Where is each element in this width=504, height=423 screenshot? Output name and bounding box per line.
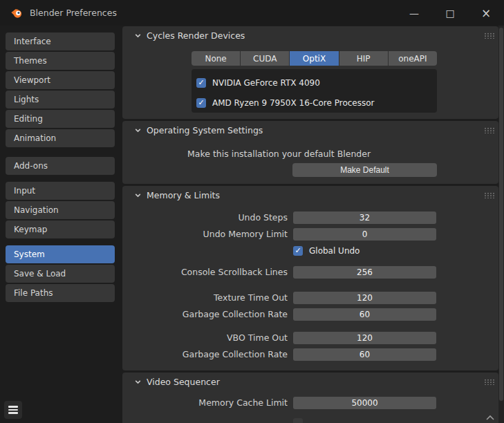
section-title: Video Sequencer	[147, 377, 220, 387]
default-blender-description: Make this installation your default Blen…	[187, 149, 371, 159]
drag-handle-icon[interactable]	[484, 379, 494, 385]
hamburger-menu-button[interactable]	[4, 401, 22, 419]
console-scrollback-field[interactable]: 256	[293, 266, 436, 279]
hamburger-icon	[8, 406, 18, 407]
nav-group-input: Input Navigation Keymap	[6, 182, 115, 240]
global-undo-row[interactable]: ✓ Global Undo	[293, 245, 360, 256]
section-memory-limits: Memory & Limits Undo Steps 32 Undo Memor…	[122, 186, 498, 370]
os-section-header[interactable]: Operating System Settings	[122, 121, 498, 139]
nav-group-addons: Add-ons	[6, 157, 115, 176]
hamburger-icon	[8, 409, 18, 411]
prop-row: Garbage Collection Rate 60	[122, 308, 498, 321]
sidebar-item-keymap[interactable]: Keymap	[6, 220, 115, 238]
section-cycles-render-devices: Cycles Render Devices None CUDA OptiX HI…	[122, 26, 498, 119]
sidebar-item-system[interactable]: System	[6, 245, 115, 263]
section-video-sequencer: Video Sequencer Memory Cache Limit 50000	[122, 373, 498, 423]
prop-row: Console Scrollback Lines 256	[122, 266, 498, 279]
video-section-header[interactable]: Video Sequencer	[122, 373, 498, 391]
global-undo-label: Global Undo	[309, 246, 360, 256]
sidebar-item-lights[interactable]: Lights	[6, 91, 115, 109]
make-default-button[interactable]: Make Default	[292, 163, 437, 177]
device-label: NVIDIA GeForce RTX 4090	[212, 78, 320, 88]
chevron-down-icon	[134, 191, 142, 199]
blender-logo-icon	[10, 6, 23, 19]
hamburger-icon	[8, 412, 18, 413]
partial-checkbox-row[interactable]	[293, 417, 303, 423]
prop-row: VBO Time Out 120	[122, 332, 498, 344]
section-operating-system-settings: Operating System Settings Make this inst…	[122, 121, 498, 184]
maximize-button[interactable]: □	[432, 0, 468, 26]
vertical-scrollbar[interactable]	[498, 26, 504, 423]
texture-timeout-field[interactable]: 120	[293, 292, 436, 304]
scroll-up-indicator-icon	[485, 414, 496, 422]
device-type-oneapi[interactable]: oneAPI	[389, 51, 437, 66]
section-title: Cycles Render Devices	[147, 30, 245, 41]
chevron-down-icon	[134, 32, 142, 39]
window-controls: — □ ×	[396, 0, 504, 26]
checkbox-unchecked-icon[interactable]	[293, 418, 303, 423]
prop-label: VBO Time Out	[122, 332, 288, 344]
checkbox-checked-icon[interactable]: ✓	[196, 98, 206, 108]
prop-row: Texture Time Out 120	[122, 292, 498, 304]
device-row-gpu[interactable]: ✓ NVIDIA GeForce RTX 4090	[192, 73, 437, 93]
close-button[interactable]: ×	[468, 0, 504, 26]
undo-memory-limit-field[interactable]: 0	[293, 228, 436, 241]
prop-label: Texture Time Out	[122, 292, 288, 304]
sidebar-item-addons[interactable]: Add-ons	[6, 157, 115, 175]
device-type-cuda[interactable]: CUDA	[241, 51, 289, 66]
drag-handle-icon[interactable]	[484, 127, 494, 133]
sidebar-item-file-paths[interactable]: File Paths	[6, 284, 115, 302]
title-bar: Blender Preferences — □ ×	[0, 0, 504, 26]
sidebar-item-viewport[interactable]: Viewport	[6, 71, 115, 89]
prop-row: Garbage Collection Rate 60	[122, 348, 498, 361]
blender-preferences-window: Blender Preferences — □ × Interface Them…	[0, 0, 504, 423]
vbo-timeout-field[interactable]: 120	[293, 332, 436, 344]
prop-row: Undo Steps 32	[122, 212, 498, 224]
sidebar-item-animation[interactable]: Animation	[6, 129, 115, 147]
scrollbar-thumb[interactable]	[499, 28, 503, 401]
device-type-hip[interactable]: HIP	[339, 51, 388, 66]
prop-label: Garbage Collection Rate	[122, 348, 288, 361]
drag-handle-icon[interactable]	[484, 32, 494, 39]
cycles-section-header[interactable]: Cycles Render Devices	[122, 26, 498, 44]
minimize-button[interactable]: —	[396, 0, 432, 26]
prop-label: Garbage Collection Rate	[122, 308, 288, 321]
prop-label: Memory Cache Limit	[122, 397, 288, 409]
prop-label: Undo Steps	[122, 212, 288, 224]
device-type-none[interactable]: None	[192, 51, 240, 66]
nav-group-ui: Interface Themes Viewport Lights Editing…	[6, 32, 115, 149]
device-label: AMD Ryzen 9 7950X 16-Core Processor	[212, 98, 375, 108]
render-device-list: ✓ NVIDIA GeForce RTX 4090 ✓ AMD Ryzen 9 …	[192, 69, 437, 113]
texture-gc-rate-field[interactable]: 60	[293, 308, 436, 321]
window-title: Blender Preferences	[30, 8, 117, 18]
sidebar-item-navigation[interactable]: Navigation	[6, 201, 115, 219]
checkbox-checked-icon[interactable]: ✓	[293, 246, 303, 256]
prop-label: Undo Memory Limit	[122, 228, 288, 241]
device-type-segmented-control: None CUDA OptiX HIP oneAPI	[192, 51, 437, 66]
device-type-optix[interactable]: OptiX	[290, 51, 338, 66]
device-row-cpu[interactable]: ✓ AMD Ryzen 9 7950X 16-Core Processor	[192, 93, 437, 113]
memory-section-header[interactable]: Memory & Limits	[122, 186, 498, 204]
sidebar-item-save-load[interactable]: Save & Load	[6, 265, 115, 283]
vbo-gc-rate-field[interactable]: 60	[293, 348, 436, 361]
section-title: Memory & Limits	[147, 190, 220, 200]
chevron-down-icon	[134, 126, 142, 134]
checkbox-checked-icon[interactable]: ✓	[196, 78, 206, 88]
sidebar-item-themes[interactable]: Themes	[6, 52, 115, 70]
section-title: Operating System Settings	[147, 125, 263, 135]
sidebar-item-editing[interactable]: Editing	[6, 110, 115, 128]
chevron-down-icon	[134, 378, 142, 386]
memory-cache-limit-field[interactable]: 50000	[293, 397, 436, 409]
nav-group-system: System Save & Load File Paths	[6, 245, 115, 303]
prop-row: Undo Memory Limit 0	[122, 228, 498, 241]
sidebar-item-input[interactable]: Input	[6, 182, 115, 200]
undo-steps-field[interactable]: 32	[293, 212, 436, 224]
prop-row: Memory Cache Limit 50000	[122, 397, 498, 409]
sidebar-item-interface[interactable]: Interface	[6, 32, 115, 50]
prop-label: Console Scrollback Lines	[122, 266, 288, 279]
drag-handle-icon[interactable]	[484, 192, 494, 198]
